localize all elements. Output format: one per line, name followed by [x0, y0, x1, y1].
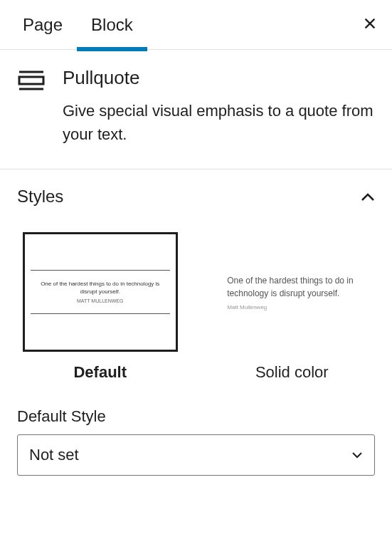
tab-page[interactable]: Page [9, 0, 77, 51]
block-info: Pullquote Give special visual emphasis t… [0, 50, 392, 169]
block-info-text: Pullquote Give special visual emphasis t… [63, 67, 375, 146]
style-label-default: Default [73, 363, 127, 382]
styles-header[interactable]: Styles [17, 187, 375, 207]
preview-quote: One of the hardest things to do in techn… [33, 281, 167, 296]
style-option-solid-color[interactable]: One of the hardest things to do in techn… [209, 232, 376, 382]
preview-solid-author: Matt Mullenweg [227, 304, 356, 310]
sidebar-tabs: Page Block [0, 0, 392, 50]
svg-rect-3 [19, 77, 43, 84]
chevron-up-icon [361, 189, 375, 205]
preview-solid-quote: One of the hardest things to do in techn… [227, 274, 356, 300]
style-label-solid: Solid color [255, 363, 329, 382]
close-icon [362, 16, 378, 31]
default-style-select[interactable]: Not set [17, 434, 375, 476]
block-title: Pullquote [63, 67, 375, 89]
preview-author: MATT MULLENWEG [33, 298, 167, 303]
select-value: Not set [29, 446, 351, 464]
close-button[interactable] [356, 9, 383, 41]
style-preview-solid: One of the hardest things to do in techn… [214, 232, 369, 352]
styles-section: Styles One of the hardest things to do i… [0, 169, 392, 493]
styles-grid: One of the hardest things to do in techn… [17, 232, 375, 382]
pullquote-icon [17, 67, 46, 146]
tab-block[interactable]: Block [77, 0, 147, 51]
block-description: Give special visual emphasis to a quote … [63, 99, 375, 146]
style-preview-default: One of the hardest things to do in techn… [23, 232, 178, 352]
default-style-label: Default Style [17, 407, 375, 426]
chevron-down-icon [351, 449, 363, 461]
style-option-default[interactable]: One of the hardest things to do in techn… [17, 232, 184, 382]
styles-title: Styles [17, 187, 63, 207]
